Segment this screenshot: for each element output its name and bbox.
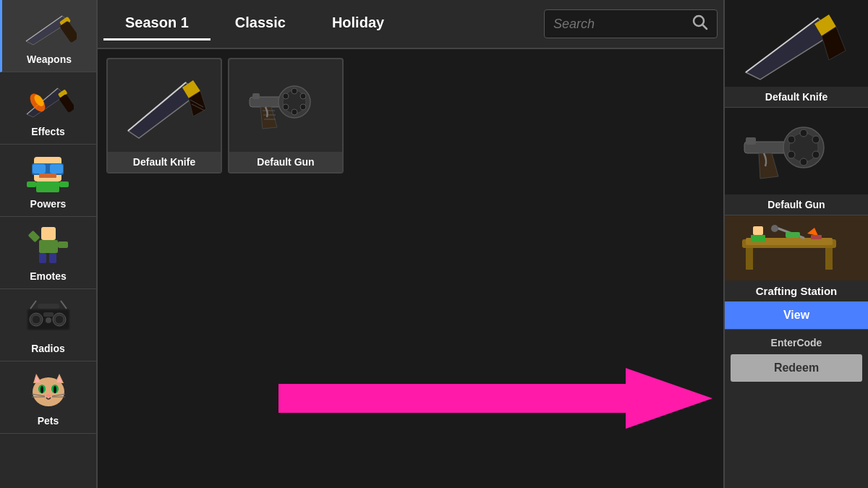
svg-marker-96	[807, 228, 818, 236]
svg-rect-91	[753, 226, 763, 235]
emotes-figure-icon	[23, 226, 74, 265]
effects-label: Effects	[31, 126, 65, 137]
crafting-station-image	[725, 215, 868, 281]
pets-cat-icon	[23, 370, 74, 410]
pets-icon-area	[20, 369, 77, 412]
svg-point-64	[283, 104, 289, 110]
svg-rect-86	[746, 137, 756, 145]
svg-point-83	[788, 151, 795, 158]
svg-point-84	[788, 136, 795, 143]
svg-point-27	[32, 315, 41, 324]
items-grid: Default Knife	[98, 49, 723, 488]
svg-point-63	[292, 109, 297, 115]
effects-icon-area	[20, 80, 77, 123]
powers-icon-area	[20, 152, 77, 195]
knife-image-icon	[121, 69, 208, 142]
search-icon	[692, 14, 708, 33]
sidebar-item-weapons[interactable]: Weapons	[0, 0, 96, 72]
sidebar-item-emotes[interactable]: Emotes	[0, 217, 96, 289]
svg-rect-12	[33, 164, 46, 174]
svg-point-81	[812, 151, 820, 158]
svg-point-62	[300, 104, 306, 110]
crafting-station-icon	[731, 218, 861, 279]
sidebar: Weapons Effects	[0, 0, 98, 488]
right-item-knife-image	[725, 0, 868, 87]
search-input[interactable]	[553, 17, 686, 32]
radios-icon-area	[20, 296, 77, 340]
svg-point-43	[54, 386, 56, 393]
tab-classic[interactable]: Classic	[213, 7, 307, 40]
right-gun-icon	[739, 111, 854, 191]
svg-point-29	[55, 315, 64, 324]
svg-point-61	[300, 93, 306, 99]
tab-season1[interactable]: Season 1	[103, 7, 210, 40]
item-name-gun: Default Gun	[229, 152, 342, 172]
right-knife-icon	[739, 4, 854, 83]
svg-line-33	[61, 301, 67, 309]
tabs-bar: Season 1 Classic Holiday	[98, 0, 723, 49]
enter-code-section: EnterCode Redeem	[725, 330, 868, 388]
sidebar-item-radios[interactable]: Radios	[0, 289, 96, 361]
svg-rect-22	[39, 253, 46, 263]
effects-flame-icon	[23, 82, 74, 120]
item-image-gun	[229, 59, 342, 152]
svg-rect-17	[59, 181, 69, 187]
right-item-knife: Default Knife	[725, 0, 868, 108]
item-card-default-knife[interactable]: Default Knife	[106, 58, 222, 174]
powers-label: Powers	[30, 198, 67, 210]
pink-arrow-icon	[278, 362, 712, 435]
svg-marker-85	[759, 153, 778, 179]
weapons-icon-area	[20, 7, 78, 51]
right-item-knife-name: Default Knife	[725, 87, 868, 107]
svg-rect-23	[49, 253, 56, 263]
sidebar-item-powers[interactable]: Powers	[0, 145, 96, 217]
svg-rect-18	[41, 227, 56, 240]
item-name-knife: Default Knife	[108, 152, 221, 172]
sidebar-item-pets[interactable]: Pets	[0, 361, 96, 434]
view-button[interactable]: View	[725, 301, 868, 329]
svg-point-60	[292, 88, 297, 94]
svg-rect-89	[746, 248, 753, 270]
right-item-gun: Default Gun	[725, 108, 868, 215]
svg-rect-70	[252, 93, 260, 99]
main-content: Season 1 Classic Holiday	[98, 0, 723, 488]
enter-code-label: EnterCode	[725, 330, 868, 351]
right-panel: Default Knife Default Gun	[723, 0, 868, 488]
crafting-station: Crafting Station View	[725, 215, 868, 330]
svg-rect-30	[43, 312, 54, 317]
radios-label: Radios	[31, 343, 65, 354]
svg-marker-71	[278, 368, 712, 429]
redeem-button[interactable]: Redeem	[731, 354, 862, 382]
svg-point-94	[771, 225, 778, 232]
svg-rect-13	[50, 164, 63, 174]
svg-rect-92	[751, 235, 765, 242]
item-card-default-gun[interactable]: Default Gun	[228, 58, 344, 174]
weapons-label: Weapons	[27, 53, 72, 65]
svg-rect-15	[36, 181, 59, 192]
tab-holiday[interactable]: Holiday	[310, 7, 406, 40]
svg-rect-21	[58, 241, 68, 248]
svg-rect-19	[39, 240, 58, 253]
svg-line-32	[30, 301, 36, 309]
svg-point-31	[46, 317, 51, 323]
svg-point-42	[41, 386, 43, 393]
right-item-gun-name: Default Gun	[725, 194, 868, 215]
sidebar-item-effects[interactable]: Effects	[0, 72, 96, 145]
svg-rect-14	[39, 174, 56, 178]
radios-boombox-icon	[23, 298, 74, 338]
crafting-station-label: Crafting Station	[725, 281, 868, 301]
search-container	[544, 9, 718, 38]
svg-rect-34	[38, 304, 59, 309]
svg-rect-16	[27, 181, 36, 187]
svg-point-80	[812, 136, 820, 143]
svg-point-79	[800, 129, 807, 137]
weapons-knife-icon	[22, 9, 77, 48]
powers-goggles-icon	[23, 153, 74, 193]
svg-rect-90	[825, 248, 833, 270]
pets-label: Pets	[38, 415, 59, 427]
svg-line-50	[702, 25, 707, 29]
svg-point-82	[800, 158, 807, 166]
svg-rect-20	[27, 231, 40, 243]
right-item-gun-image	[725, 108, 868, 194]
svg-point-44	[46, 394, 51, 397]
